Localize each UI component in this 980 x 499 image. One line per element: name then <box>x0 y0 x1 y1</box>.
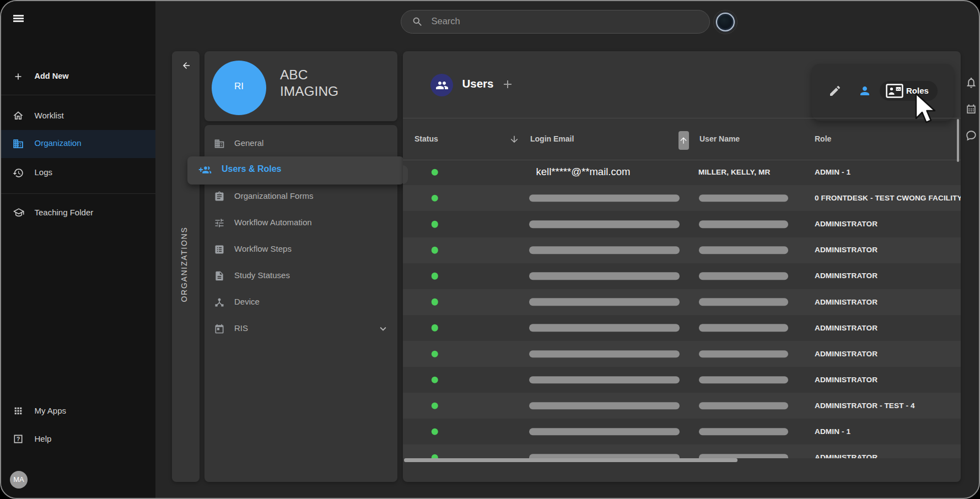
svg-text:?: ? <box>17 435 20 442</box>
